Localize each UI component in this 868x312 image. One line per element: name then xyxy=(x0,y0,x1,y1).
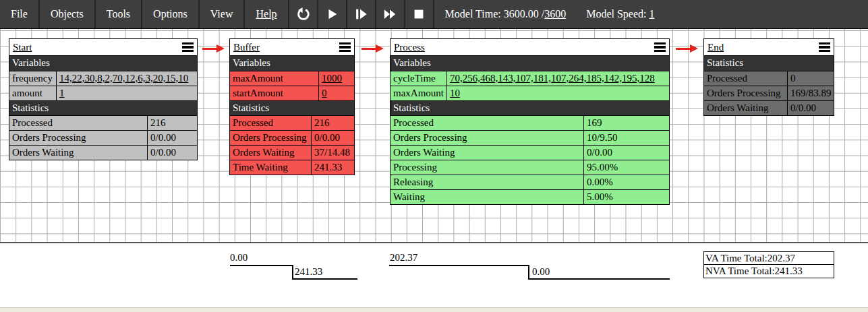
model-time-display: Model Time: 3600.00 / 3600 xyxy=(445,0,567,28)
stat-value: 0/0.00 xyxy=(148,146,197,160)
stat-value: 241.33 xyxy=(312,160,354,175)
stat-name: Orders Waiting xyxy=(9,146,148,160)
arrowhead-icon xyxy=(690,44,698,53)
stat-name: Orders Waiting xyxy=(704,101,788,115)
block-menu-icon[interactable] xyxy=(819,42,830,53)
block-menu-icon[interactable] xyxy=(339,42,351,53)
step-button[interactable] xyxy=(347,0,376,28)
table-row: Orders Waiting0/0.00 xyxy=(390,145,669,160)
var-value-input[interactable]: 1000 xyxy=(319,71,354,86)
var-name: amount xyxy=(9,86,57,100)
menu-view[interactable]: View xyxy=(200,0,245,28)
table-row: Time Waiting241.33 xyxy=(230,160,354,175)
stat-value: 0/0.00 xyxy=(148,131,197,145)
menu-help[interactable]: Help xyxy=(245,0,289,28)
horizontal-scrollbar-strip[interactable] xyxy=(0,307,868,312)
table-row: Orders Waiting37/14.48 xyxy=(230,145,354,160)
var-value-input[interactable]: 0 xyxy=(319,86,354,100)
section-header-statistics: Statistics xyxy=(704,56,834,71)
block-title-bar: Buffer xyxy=(229,38,355,56)
table-row: Processed0 xyxy=(704,71,834,86)
connector-arrow[interactable] xyxy=(676,44,698,53)
stat-name: Orders Processing xyxy=(390,131,584,145)
timeline-step-line xyxy=(528,265,529,280)
menu-objects[interactable]: Objects xyxy=(40,0,96,28)
section-header-variables: Variables xyxy=(9,56,197,71)
var-name: startAmount xyxy=(230,86,319,100)
reset-button[interactable] xyxy=(289,0,318,28)
block-title-link-end[interactable]: End xyxy=(707,42,724,53)
nva-segment-label: 0.00 xyxy=(532,266,550,278)
menu-tools[interactable]: Tools xyxy=(96,0,142,28)
stat-value: 169 xyxy=(584,116,669,130)
stat-name: Processed xyxy=(230,116,312,130)
nva-segment-line xyxy=(528,278,670,280)
model-speed-label: Model Speed: xyxy=(586,8,649,20)
menu-options[interactable]: Options xyxy=(142,0,200,28)
block-title-link-process[interactable]: Process xyxy=(394,42,425,53)
var-name: maxAmount xyxy=(390,86,447,100)
stat-value: 0/0.00 xyxy=(788,101,834,115)
stat-value: 37/14.48 xyxy=(312,146,354,160)
var-name: maxAmount xyxy=(230,71,319,86)
var-value-input[interactable]: 14,22,30,8,2,70,12,6,3,20,15,10 xyxy=(57,71,197,86)
reset-icon xyxy=(295,7,310,22)
stat-name: Orders Processing xyxy=(230,131,312,145)
stop-button[interactable] xyxy=(405,0,434,28)
table-row: Releasing0.00% xyxy=(390,175,669,189)
stat-name: Orders Waiting xyxy=(230,146,312,160)
menu-file[interactable]: File xyxy=(0,0,40,28)
play-button[interactable] xyxy=(318,0,347,28)
toolbar: FileObjectsToolsOptionsViewHelp Model Ti… xyxy=(0,0,868,29)
block-title-link-buffer[interactable]: Buffer xyxy=(233,42,260,53)
va-segment-line xyxy=(389,265,529,266)
connector-arrow[interactable] xyxy=(202,44,225,53)
block-start: StartVariablesfrequency14,22,30,8,2,70,1… xyxy=(9,38,198,160)
stat-name: Processed xyxy=(390,116,584,130)
var-value-input[interactable]: 10 xyxy=(447,86,669,100)
block-title-link-start[interactable]: Start xyxy=(13,42,32,53)
table-row: Orders Processing169/83.89 xyxy=(704,86,834,100)
model-time-max-link[interactable]: 3600 xyxy=(544,8,566,20)
table-row: Orders Processing0/0.00 xyxy=(9,130,197,145)
va-segment-line xyxy=(230,265,293,266)
table-row: maxAmount10 xyxy=(390,86,669,100)
stat-name: Time Waiting xyxy=(230,160,312,175)
simulation-canvas[interactable]: StartVariablesfrequency14,22,30,8,2,70,1… xyxy=(0,29,868,312)
stat-name: Processing xyxy=(390,160,584,175)
table-row: Orders Waiting0/0.00 xyxy=(704,100,834,115)
block-menu-icon[interactable] xyxy=(654,42,666,53)
stop-icon xyxy=(411,7,426,22)
var-name: cycleTime xyxy=(390,71,447,86)
var-name: frequency xyxy=(9,71,57,86)
section-header-statistics: Statistics xyxy=(9,100,197,115)
model-speed-value-link[interactable]: 1 xyxy=(649,8,655,20)
stat-name: Orders Processing xyxy=(704,86,788,100)
table-row: Orders Processing10/9.50 xyxy=(390,130,669,145)
va-segment-label: 0.00 xyxy=(230,251,248,263)
table-row: frequency14,22,30,8,2,70,12,6,3,20,15,10 xyxy=(9,71,197,86)
block-title-bar: End xyxy=(703,38,834,56)
stat-name: Processed xyxy=(704,71,788,86)
table-row: Waiting5.00% xyxy=(390,189,669,204)
table-row: amount1 xyxy=(9,86,197,100)
block-title-bar: Process xyxy=(390,38,670,56)
stat-value: 5.00% xyxy=(584,190,669,204)
fast-forward-button[interactable] xyxy=(376,0,405,28)
stat-value: 0.00% xyxy=(584,175,669,189)
stat-value: 10/9.50 xyxy=(584,131,669,145)
connector-line xyxy=(361,48,376,50)
section-header-statistics: Statistics xyxy=(230,100,354,115)
va-segment-label: 202.37 xyxy=(390,251,417,263)
var-value-input[interactable]: 70,256,468,143,107,181,107,264,185,142,1… xyxy=(447,71,669,86)
connector-arrow[interactable] xyxy=(361,44,384,53)
table-row: Processed216 xyxy=(230,115,354,130)
block-menu-icon[interactable] xyxy=(182,42,194,53)
time-totals-box: VA Time Total:202.37 NVA Time Total:241.… xyxy=(703,251,834,278)
var-value-input[interactable]: 1 xyxy=(57,86,197,100)
stat-value: 0/0.00 xyxy=(584,146,669,160)
table-row: maxAmount1000 xyxy=(230,71,354,86)
stat-value: 216 xyxy=(148,116,197,130)
table-row: Processing95.00% xyxy=(390,160,669,175)
table-row: cycleTime70,256,468,143,107,181,107,264,… xyxy=(390,71,669,86)
